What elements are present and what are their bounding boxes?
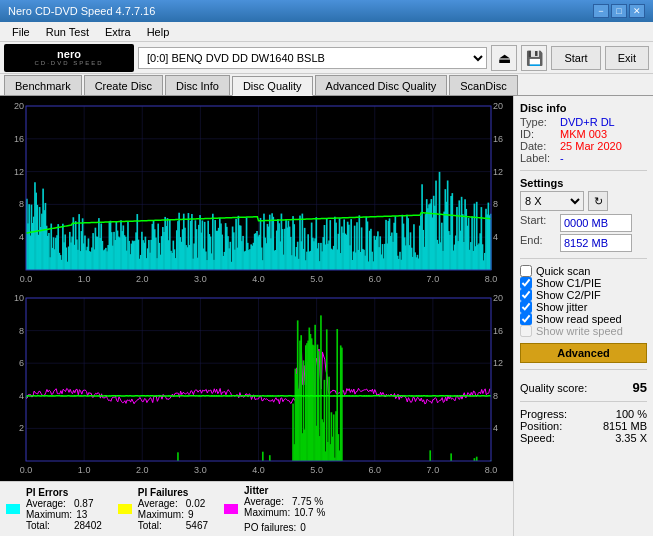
exit-button[interactable]: Exit <box>605 46 649 70</box>
chart-pi-errors <box>2 98 511 288</box>
save-icon[interactable]: 💾 <box>521 45 547 71</box>
checkboxes-section: Quick scan Show C1/PIE Show C2/PIF Show … <box>520 265 647 337</box>
settings-section: Settings 8 X ↻ Start: End: <box>520 177 647 252</box>
menu-bar: File Run Test Extra Help <box>0 22 653 42</box>
disc-type-label: Type: <box>520 116 556 128</box>
show-read-speed-row: Show read speed <box>520 313 647 325</box>
progress-row: Progress: 100 % <box>520 408 647 420</box>
disc-label-val: - <box>560 152 564 164</box>
settings-title: Settings <box>520 177 647 189</box>
disc-info-title: Disc info <box>520 102 647 114</box>
close-button[interactable]: ✕ <box>629 4 645 18</box>
disc-date-val: 25 Mar 2020 <box>560 140 622 152</box>
pi-errors-label: PI Errors <box>26 487 102 498</box>
menu-extra[interactable]: Extra <box>97 24 139 40</box>
disc-label-row: Label: - <box>520 152 647 164</box>
speed-val: 3.35 X <box>615 432 647 444</box>
menu-help[interactable]: Help <box>139 24 178 40</box>
end-mb-row: End: <box>520 234 647 252</box>
position-val: 8151 MB <box>603 420 647 432</box>
title-bar: Nero CD-DVD Speed 4.7.7.16 − □ ✕ <box>0 0 653 22</box>
logo-name: nero <box>57 49 81 60</box>
divider-3 <box>520 369 647 370</box>
tab-benchmark[interactable]: Benchmark <box>4 75 82 95</box>
disc-id-row: ID: MKM 003 <box>520 128 647 140</box>
quick-scan-checkbox[interactable] <box>520 265 532 277</box>
show-read-speed-checkbox[interactable] <box>520 313 532 325</box>
progress-label: Progress: <box>520 408 567 420</box>
menu-run-test[interactable]: Run Test <box>38 24 97 40</box>
show-jitter-row: Show jitter <box>520 301 647 313</box>
tab-disc-info[interactable]: Disc Info <box>165 75 230 95</box>
pi-failures-avg: 0.02 <box>186 498 205 509</box>
position-label: Position: <box>520 420 562 432</box>
main-content: PI Errors Average:0.87 Maximum:13 Total:… <box>0 96 653 536</box>
end-mb-input[interactable] <box>560 234 632 252</box>
advanced-button[interactable]: Advanced <box>520 343 647 363</box>
pi-failures-legend <box>118 504 132 514</box>
pi-errors-stats: PI Errors Average:0.87 Maximum:13 Total:… <box>26 487 102 531</box>
logo-subtitle: CD·DVD SPEED <box>34 60 103 66</box>
speed-label: Speed: <box>520 432 555 444</box>
stat-group-pi-failures: PI Failures Average:0.02 Maximum:9 Total… <box>118 485 208 533</box>
show-c2pif-checkbox[interactable] <box>520 289 532 301</box>
start-button[interactable]: Start <box>551 46 600 70</box>
disc-date-row: Date: 25 Mar 2020 <box>520 140 647 152</box>
show-read-speed-label: Show read speed <box>536 313 622 325</box>
tab-advanced-disc-quality[interactable]: Advanced Disc Quality <box>315 75 448 95</box>
window-controls: − □ ✕ <box>593 4 645 18</box>
divider-2 <box>520 258 647 259</box>
pi-errors-legend <box>6 504 20 514</box>
show-c1pie-checkbox[interactable] <box>520 277 532 289</box>
speed-select[interactable]: 8 X <box>520 191 584 211</box>
minimize-button[interactable]: − <box>593 4 609 18</box>
disc-type-row: Type: DVD+R DL <box>520 116 647 128</box>
pi-errors-avg: 0.87 <box>74 498 93 509</box>
quality-score-row: Quality score: 95 <box>520 380 647 395</box>
app-title: Nero CD-DVD Speed 4.7.7.16 <box>8 5 155 17</box>
progress-section: Progress: 100 % Position: 8151 MB Speed:… <box>520 408 647 444</box>
show-write-speed-checkbox <box>520 325 532 337</box>
refresh-button[interactable]: ↻ <box>588 191 608 211</box>
eject-icon[interactable]: ⏏ <box>491 45 517 71</box>
right-panel: Disc info Type: DVD+R DL ID: MKM 003 Dat… <box>513 96 653 536</box>
disc-info-section: Disc info Type: DVD+R DL ID: MKM 003 Dat… <box>520 102 647 164</box>
jitter-max: 10.7 % <box>294 507 325 518</box>
speed-row-progress: Speed: 3.35 X <box>520 432 647 444</box>
stats-bar: PI Errors Average:0.87 Maximum:13 Total:… <box>0 481 513 536</box>
show-write-speed-label: Show write speed <box>536 325 623 337</box>
show-jitter-checkbox[interactable] <box>520 301 532 313</box>
tab-scandisc[interactable]: ScanDisc <box>449 75 517 95</box>
quality-score-value: 95 <box>633 380 647 395</box>
quick-scan-row: Quick scan <box>520 265 647 277</box>
end-mb-label: End: <box>520 234 556 252</box>
disc-id-val: MKM 003 <box>560 128 607 140</box>
show-jitter-label: Show jitter <box>536 301 587 313</box>
po-failures-label: PO failures: <box>244 522 296 533</box>
po-failures-val: 0 <box>300 522 306 533</box>
quick-scan-label: Quick scan <box>536 265 590 277</box>
menu-file[interactable]: File <box>4 24 38 40</box>
progress-val: 100 % <box>616 408 647 420</box>
maximize-button[interactable]: □ <box>611 4 627 18</box>
tab-bar: Benchmark Create Disc Disc Info Disc Qua… <box>0 74 653 96</box>
disc-id-label: ID: <box>520 128 556 140</box>
disc-date-label: Date: <box>520 140 556 152</box>
start-mb-row: Start: <box>520 214 647 232</box>
tab-create-disc[interactable]: Create Disc <box>84 75 163 95</box>
stat-group-pi-errors: PI Errors Average:0.87 Maximum:13 Total:… <box>6 485 102 533</box>
jitter-stats: Jitter Average:7.75 % Maximum:10.7 % PO … <box>244 485 325 533</box>
show-c2pif-label: Show C2/PIF <box>536 289 601 301</box>
drive-select[interactable]: [0:0] BENQ DVD DD DW1640 BSLB <box>138 47 487 69</box>
jitter-avg: 7.75 % <box>292 496 323 507</box>
show-write-speed-row: Show write speed <box>520 325 647 337</box>
jitter-legend <box>224 504 238 514</box>
start-mb-input[interactable] <box>560 214 632 232</box>
speed-row: 8 X ↻ <box>520 191 647 211</box>
divider-1 <box>520 170 647 171</box>
charts-panel: PI Errors Average:0.87 Maximum:13 Total:… <box>0 96 513 536</box>
start-mb-label: Start: <box>520 214 556 232</box>
quality-score-label: Quality score: <box>520 382 587 394</box>
toolbar: nero CD·DVD SPEED [0:0] BENQ DVD DD DW16… <box>0 42 653 74</box>
tab-disc-quality[interactable]: Disc Quality <box>232 76 313 96</box>
